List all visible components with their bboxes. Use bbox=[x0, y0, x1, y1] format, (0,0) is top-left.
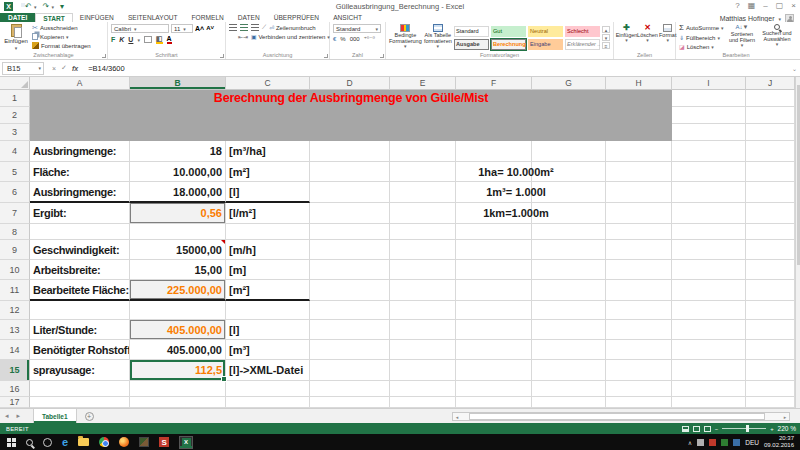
cell-D17[interactable] bbox=[310, 397, 390, 408]
row-header-2[interactable]: 2 bbox=[0, 107, 30, 124]
cell-B6[interactable]: 18.000,00 bbox=[130, 182, 226, 203]
cell-C6[interactable]: [l] bbox=[226, 182, 310, 203]
column-header-E[interactable]: E bbox=[390, 77, 456, 90]
photo-app-icon[interactable] bbox=[139, 437, 149, 447]
cell-D5[interactable] bbox=[310, 162, 390, 182]
cell-C16[interactable] bbox=[226, 381, 310, 397]
cell-A9[interactable]: Geschwindigkeit: bbox=[30, 240, 130, 260]
scroll-right-icon[interactable]: ▸ bbox=[781, 414, 789, 420]
cell-A16[interactable] bbox=[30, 381, 130, 397]
cell-G12[interactable] bbox=[532, 301, 606, 320]
cell-A13[interactable]: Liter/Stunde: bbox=[30, 320, 130, 340]
style-erklaerender[interactable]: Erklärender ... bbox=[565, 39, 600, 50]
row-header-12[interactable]: 12 bbox=[0, 301, 30, 320]
cell-G9[interactable] bbox=[532, 240, 606, 260]
tab-datei[interactable]: DATEI bbox=[0, 13, 35, 22]
bold-icon[interactable]: F bbox=[111, 36, 115, 43]
cell-A4[interactable]: Ausbringmenge: bbox=[30, 141, 130, 162]
cell-H4[interactable] bbox=[606, 141, 672, 162]
style-eingabe[interactable]: Eingabe bbox=[528, 39, 563, 50]
row-header-13[interactable]: 13 bbox=[0, 320, 30, 340]
sort-filter-button[interactable]: A↓▼ Sortieren und Filtern ▾ bbox=[726, 24, 758, 51]
align-middle-icon[interactable] bbox=[240, 24, 248, 31]
row-header-3[interactable]: 3 bbox=[0, 124, 30, 141]
insert-cells-button[interactable]: ✚ Einfügen ▾ bbox=[617, 24, 636, 51]
dialog-launcher-icon[interactable] bbox=[102, 54, 106, 58]
cell-J7[interactable] bbox=[746, 203, 795, 224]
format-painter-button[interactable]: Format übertragen bbox=[32, 42, 91, 49]
cell-E14[interactable] bbox=[390, 340, 456, 360]
insert-function-icon[interactable]: fx bbox=[72, 65, 78, 72]
cell-H13[interactable] bbox=[606, 320, 672, 340]
normal-view-button[interactable] bbox=[682, 426, 689, 432]
start-button[interactable] bbox=[7, 438, 16, 447]
format-as-table-button[interactable]: Als Tabelle formatieren ▾ bbox=[422, 24, 454, 51]
borders-icon[interactable] bbox=[144, 36, 152, 43]
ribbon-display-options-button[interactable]: ▦ bbox=[748, 1, 756, 10]
cell-B17[interactable] bbox=[130, 397, 226, 408]
orientation-icon[interactable]: ⟋ bbox=[262, 24, 266, 31]
cell-D14[interactable] bbox=[310, 340, 390, 360]
tray-icon[interactable] bbox=[733, 439, 740, 446]
name-box[interactable]: B15▾ bbox=[2, 62, 44, 75]
cell-B11[interactable]: 225.000,00 bbox=[130, 280, 226, 301]
row-header-6[interactable]: 6 bbox=[0, 182, 30, 203]
taskbar-search-icon[interactable] bbox=[26, 439, 33, 446]
cell-A5[interactable]: Fläche: bbox=[30, 162, 130, 182]
style-ausgabe[interactable]: Ausgabe bbox=[454, 39, 489, 50]
comma-format-icon[interactable]: 000 bbox=[350, 36, 360, 42]
cell-J10[interactable] bbox=[746, 260, 795, 280]
cell-H14[interactable] bbox=[606, 340, 672, 360]
cell-B12[interactable] bbox=[130, 301, 226, 320]
redo-button[interactable]: ↷ ▾ bbox=[42, 2, 53, 12]
cell-A7[interactable]: Ergibt: bbox=[30, 203, 130, 224]
cell-D11[interactable] bbox=[310, 280, 390, 301]
cell-A6[interactable]: Ausbringmenge: bbox=[30, 182, 130, 203]
cell-A8[interactable] bbox=[30, 224, 130, 240]
tray-expand-icon[interactable]: ∧ bbox=[688, 439, 692, 446]
close-button[interactable]: × bbox=[791, 1, 796, 10]
cell-B14[interactable]: 405.000,00 bbox=[130, 340, 226, 360]
sheet-nav-arrows[interactable]: ◂ ▸ bbox=[5, 412, 23, 420]
cell-C15[interactable]: [l]->XML-Datei bbox=[226, 360, 310, 381]
sheet-tab-tabelle1[interactable]: Tabelle1 bbox=[33, 409, 77, 423]
cell-B9[interactable]: 15000,00 bbox=[130, 240, 226, 260]
cell-I2[interactable] bbox=[672, 107, 746, 124]
row-header-17[interactable]: 17 bbox=[0, 397, 30, 408]
cell-B13[interactable]: 405.000,00 bbox=[130, 320, 226, 340]
cell-B7[interactable]: 0,56 bbox=[130, 203, 226, 224]
cell-J16[interactable] bbox=[746, 381, 795, 397]
cell-G8[interactable] bbox=[532, 224, 606, 240]
task-view-icon[interactable] bbox=[43, 438, 52, 447]
cell-G14[interactable] bbox=[532, 340, 606, 360]
page-layout-view-button[interactable] bbox=[693, 426, 700, 432]
style-gut[interactable]: Gut bbox=[491, 26, 526, 37]
cell-C11[interactable]: [m²] bbox=[226, 280, 310, 301]
row-header-1[interactable]: 1 bbox=[0, 90, 30, 107]
cell-G17[interactable] bbox=[532, 397, 606, 408]
clear-button[interactable]: ◪Löschen▾ bbox=[679, 43, 723, 50]
cell-A11[interactable]: Bearbeitete Fläche: bbox=[30, 280, 130, 301]
red-s-app-icon[interactable]: S bbox=[159, 437, 169, 447]
cancel-entry-icon[interactable]: × bbox=[52, 65, 56, 72]
keyboard-language[interactable]: DEU bbox=[745, 439, 759, 446]
font-color-icon[interactable]: A bbox=[167, 35, 172, 44]
gallery-up-icon[interactable]: ▴ bbox=[602, 26, 610, 33]
cell-H16[interactable] bbox=[606, 381, 672, 397]
qat-customize-button[interactable]: ▾ bbox=[60, 2, 64, 11]
autosum-button[interactable]: ΣAutoSumme▾ bbox=[679, 24, 723, 32]
zoom-slider-thumb[interactable] bbox=[746, 425, 749, 432]
conversion-note-km[interactable]: 1km=1.000m bbox=[441, 203, 591, 224]
edge-icon[interactable]: e bbox=[62, 437, 68, 448]
style-schlecht[interactable]: Schlecht bbox=[565, 26, 600, 37]
cell-J5[interactable] bbox=[746, 162, 795, 182]
cell-I12[interactable] bbox=[672, 301, 746, 320]
cell-F14[interactable] bbox=[456, 340, 532, 360]
percent-format-icon[interactable]: % bbox=[340, 36, 345, 42]
zoom-slider[interactable] bbox=[722, 428, 766, 429]
cell-I4[interactable] bbox=[672, 141, 746, 162]
cell-J1[interactable] bbox=[746, 90, 795, 107]
conditional-formatting-button[interactable]: Bedingte Formatierung ▾ bbox=[389, 24, 422, 51]
cell-F16[interactable] bbox=[456, 381, 532, 397]
cell-B10[interactable]: 15,00 bbox=[130, 260, 226, 280]
